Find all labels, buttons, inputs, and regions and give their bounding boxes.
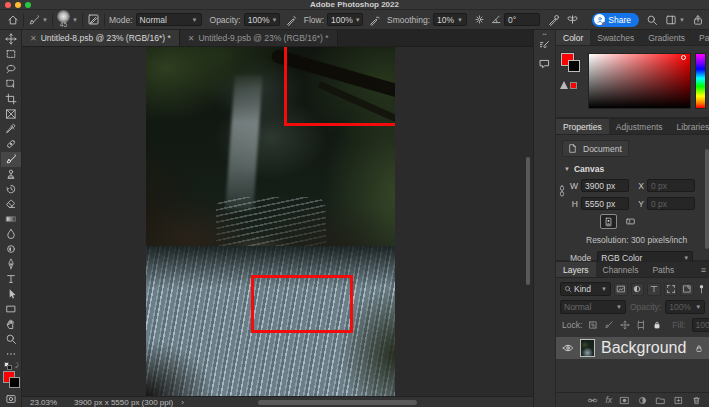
layer-visibility-eye-icon[interactable] xyxy=(562,342,574,354)
gamut-safe-color-chip[interactable] xyxy=(570,82,577,89)
properties-scrollbar[interactable] xyxy=(705,149,709,249)
eraser-tool[interactable] xyxy=(1,197,21,212)
tab-adjustments[interactable]: Adjustments xyxy=(609,119,670,134)
tab-color[interactable]: Color xyxy=(556,30,590,45)
document-tab-untitled-8[interactable]: ✕ Untitled-8.psb @ 23% (RGB/16*) * xyxy=(22,30,180,46)
quick-mask-button[interactable] xyxy=(1,392,21,407)
brush-angle-field[interactable]: 0° xyxy=(504,13,540,26)
landscape-orientation-button[interactable] xyxy=(622,214,639,229)
edit-toolbar-button[interactable] xyxy=(1,347,21,362)
filter-pixel-layers-icon[interactable] xyxy=(614,283,628,296)
lock-image-icon[interactable] xyxy=(604,320,614,330)
home-button[interactable] xyxy=(7,14,19,26)
eyedropper-tool[interactable] xyxy=(1,122,21,137)
hand-tool[interactable] xyxy=(1,317,21,332)
blend-mode-dropdown[interactable]: Normal▼ xyxy=(136,13,202,26)
close-tab-icon[interactable]: ✕ xyxy=(188,34,195,43)
add-layer-mask-icon[interactable] xyxy=(619,395,630,406)
history-brush-tool[interactable] xyxy=(1,182,21,197)
object-selection-tool[interactable] xyxy=(1,77,21,92)
brush-tool-preset[interactable]: ▼ xyxy=(28,14,48,26)
canvas-width-field[interactable]: 3900 px xyxy=(581,179,629,192)
zoom-level-field[interactable]: 23.03% xyxy=(30,398,64,407)
hue-slider[interactable] xyxy=(695,53,706,109)
pressure-size-button[interactable] xyxy=(548,14,560,26)
document-tab-untitled-9[interactable]: ✕ Untitled-9.psb @ 23% (RGB/16*) * xyxy=(180,30,338,46)
opacity-dropdown[interactable]: 100%▼ xyxy=(244,13,280,26)
layer-blend-mode-dropdown[interactable]: Normal▼ xyxy=(560,300,626,314)
layer-effects-fx-icon[interactable]: fx xyxy=(605,395,612,405)
tab-layers[interactable]: Layers xyxy=(556,262,596,277)
close-tab-icon[interactable]: ✕ xyxy=(30,34,37,43)
brush-size-picker[interactable]: 45 ▼ xyxy=(57,10,78,29)
tab-properties[interactable]: Properties xyxy=(556,119,609,134)
foreground-background-colors[interactable] xyxy=(1,370,21,391)
gamut-warning-icon[interactable] xyxy=(560,81,568,89)
filter-toggle-pin-icon[interactable] xyxy=(697,283,706,295)
default-swap-colors[interactable]: ⤸ xyxy=(1,362,21,370)
swap-colors-icon[interactable]: ⤸ xyxy=(15,362,19,369)
zoom-tool[interactable] xyxy=(1,332,21,347)
link-dimensions-icon[interactable] xyxy=(557,184,567,198)
tab-swatches[interactable]: Swatches xyxy=(590,30,641,45)
layer-lock-icon[interactable] xyxy=(694,343,704,354)
tab-paths[interactable]: Paths xyxy=(645,262,681,277)
color-saturation-brightness-field[interactable] xyxy=(588,53,691,109)
pressure-opacity-button[interactable] xyxy=(286,14,298,26)
tab-patterns[interactable]: Patterns xyxy=(692,30,709,45)
status-chevron-icon[interactable]: › xyxy=(181,398,184,407)
portrait-orientation-button[interactable] xyxy=(600,214,617,229)
history-panel-icon[interactable] xyxy=(535,36,555,54)
share-button[interactable]: Share xyxy=(592,13,639,27)
rectangle-shape-tool[interactable] xyxy=(1,302,21,317)
canvas-vertical-scrollbar[interactable] xyxy=(526,157,530,285)
canvas-workspace[interactable] xyxy=(22,47,533,396)
clone-stamp-tool[interactable] xyxy=(1,167,21,182)
tab-channels[interactable]: Channels xyxy=(596,262,646,277)
filter-smart-objects-icon[interactable] xyxy=(680,283,694,296)
search-icon[interactable] xyxy=(646,14,658,26)
crop-tool[interactable] xyxy=(1,92,21,107)
waterfall-photo-canvas[interactable] xyxy=(146,47,395,396)
filter-shape-layers-icon[interactable] xyxy=(664,283,678,296)
layer-filter-kind-dropdown[interactable]: Kind ▼ xyxy=(560,282,611,296)
lasso-tool[interactable] xyxy=(1,62,21,77)
spot-healing-brush-tool[interactable] xyxy=(1,137,21,152)
new-adjustment-layer-icon[interactable] xyxy=(637,395,648,406)
flow-dropdown[interactable]: 100%▼ xyxy=(327,13,363,26)
canvas-height-field[interactable]: 5550 px xyxy=(581,197,629,210)
brush-tool[interactable] xyxy=(1,152,21,167)
panel-menu-icon[interactable]: ≡ xyxy=(701,262,709,277)
pen-tool[interactable] xyxy=(1,257,21,272)
path-selection-tool[interactable] xyxy=(1,287,21,302)
paint-symmetry-butterfly-button[interactable] xyxy=(566,13,579,26)
airbrush-button[interactable] xyxy=(369,14,381,26)
blur-tool[interactable] xyxy=(1,227,21,242)
lock-position-icon[interactable] xyxy=(620,320,630,330)
type-tool[interactable] xyxy=(1,272,21,287)
move-tool[interactable] xyxy=(1,32,21,47)
link-layers-icon[interactable] xyxy=(587,395,598,406)
smoothing-dropdown[interactable]: 10%▼ xyxy=(433,13,467,26)
lock-all-icon[interactable] xyxy=(652,320,662,330)
lock-transparency-icon[interactable] xyxy=(588,320,598,330)
tab-gradients[interactable]: Gradients xyxy=(641,30,692,45)
filter-adjustment-layers-icon[interactable] xyxy=(631,283,645,296)
lock-artboard-icon[interactable] xyxy=(636,320,646,330)
workspace-switcher-button[interactable]: ▼ xyxy=(665,14,685,26)
frame-tool[interactable] xyxy=(1,107,21,122)
canvas-horizontal-scrollbar[interactable] xyxy=(258,400,417,405)
comments-panel-icon[interactable] xyxy=(535,54,555,72)
delete-layer-trash-icon[interactable] xyxy=(691,395,702,406)
export-share-icon[interactable] xyxy=(692,14,704,26)
dodge-tool[interactable] xyxy=(1,242,21,257)
layer-thumbnail[interactable] xyxy=(580,339,595,357)
smoothing-options-gear-button[interactable] xyxy=(474,14,485,25)
background-color-swatch[interactable] xyxy=(9,377,20,388)
layer-row-background[interactable]: Background xyxy=(556,337,709,359)
toggle-brush-panel-button[interactable] xyxy=(87,13,100,26)
color-panel-background-swatch[interactable] xyxy=(568,60,580,72)
tab-libraries[interactable]: Libraries xyxy=(670,119,709,134)
gradient-tool[interactable] xyxy=(1,212,21,227)
canvas-section-header[interactable]: ▼ Canvas xyxy=(564,164,704,174)
